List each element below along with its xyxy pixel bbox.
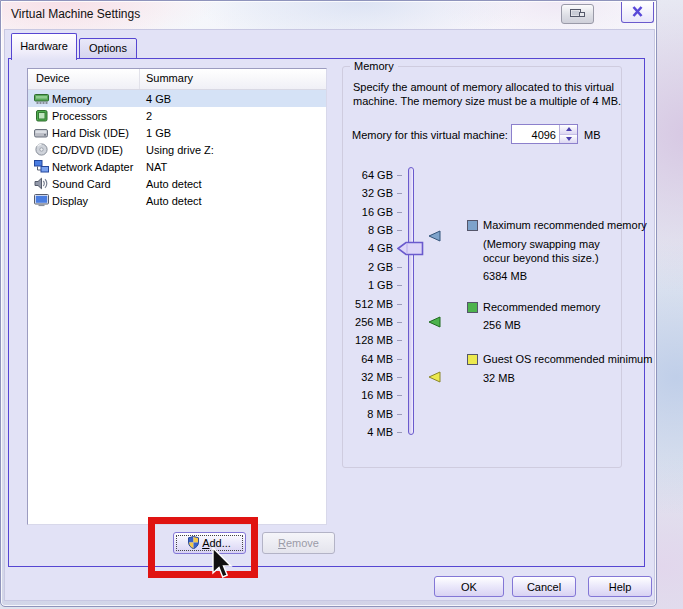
tick-dash [397, 377, 402, 378]
tick-label: 32 GB [362, 187, 393, 199]
device-name: CD/DVD (IDE) [52, 144, 146, 156]
remove-button-label: Remove [278, 537, 319, 549]
memory-description-line2: machine. The memory size must be a multi… [353, 95, 621, 107]
memory-scale: 64 GB32 GB16 GB8 GB4 GB2 GB1 GB512 MB256… [330, 168, 402, 444]
tick-label: 32 MB [361, 371, 393, 383]
minimum-memory-legend-swatch [467, 354, 478, 365]
memory-group-label: Memory [350, 60, 398, 72]
memory-spinbox [511, 124, 578, 144]
tick-dash [397, 340, 402, 341]
tick-label: 512 MB [355, 298, 393, 310]
cd-dvd-icon [33, 143, 49, 156]
spin-up-icon [566, 127, 572, 131]
device-row-sound[interactable]: Sound CardAuto detect [28, 175, 326, 192]
titlebar-window-button[interactable] [561, 4, 594, 24]
tab-hardware[interactable]: Hardware [11, 33, 77, 60]
tab-options[interactable]: Options [79, 38, 137, 59]
scale-tick-64-gb: 64 GB [330, 169, 402, 181]
scale-tick-16-mb: 16 MB [330, 389, 402, 401]
device-name: Memory [52, 93, 146, 105]
scale-tick-32-mb: 32 MB [330, 371, 402, 383]
tick-dash [397, 212, 402, 213]
device-summary: Auto detect [146, 178, 326, 190]
mouse-cursor-icon [210, 547, 234, 583]
screenshot-root: Virtual Machine Settings Hardware Option… [0, 0, 683, 609]
tick-label: 256 MB [355, 316, 393, 328]
remove-button[interactable]: Remove [262, 532, 335, 554]
memory-slider-track[interactable] [408, 167, 414, 435]
network-icon [33, 160, 49, 173]
tick-dash [397, 193, 402, 194]
tick-dash [397, 359, 402, 360]
memory-description-line1: Specify the amount of memory allocated t… [353, 81, 614, 93]
recommended-memory-legend-swatch [467, 302, 478, 313]
device-column-header[interactable]: Device [28, 69, 140, 89]
close-button[interactable] [621, 2, 654, 23]
scale-tick-64-mb: 64 MB [330, 353, 402, 365]
device-summary: Using drive Z: [146, 144, 326, 156]
device-name: Display [52, 195, 146, 207]
window-title: Virtual Machine Settings [11, 7, 140, 21]
ok-button[interactable]: OK [434, 576, 504, 597]
tick-dash [397, 285, 402, 286]
close-icon [631, 6, 644, 19]
device-summary: 2 [146, 110, 326, 122]
device-row-processors[interactable]: Processors2 [28, 107, 326, 124]
max-memory-note-line1: (Memory swapping may [483, 238, 600, 250]
scale-tick-128-mb: 128 MB [330, 334, 402, 346]
device-summary: Auto detect [146, 195, 326, 207]
device-name: Sound Card [52, 178, 146, 190]
max-memory-legend-label: Maximum recommended memory [483, 219, 647, 231]
minimum-memory-value: 32 MB [483, 372, 515, 384]
tick-label: 8 GB [368, 224, 393, 236]
memory-unit-label: MB [584, 129, 601, 141]
scale-tick-512-mb: 512 MB [330, 298, 402, 310]
device-summary: NAT [146, 161, 326, 173]
tick-label: 1 GB [368, 279, 393, 291]
scale-tick-8-gb: 8 GB [330, 224, 402, 236]
spin-up-button[interactable] [560, 125, 577, 135]
scale-tick-256-mb: 256 MB [330, 316, 402, 328]
memory-value-input[interactable] [512, 125, 559, 143]
scale-tick-1-gb: 1 GB [330, 279, 402, 291]
memory-icon [33, 93, 49, 105]
max-memory-legend-swatch [467, 220, 478, 231]
tick-dash [397, 395, 402, 396]
memory-slider-handle[interactable] [397, 241, 425, 258]
tick-dash [397, 322, 402, 323]
recommended-memory-value: 256 MB [483, 319, 521, 331]
processors-icon [33, 110, 49, 122]
scale-tick-2-gb: 2 GB [330, 261, 402, 273]
device-name: Processors [52, 110, 146, 122]
help-button[interactable]: Help [588, 576, 652, 597]
device-summary: 1 GB [146, 127, 326, 139]
summary-column-header[interactable]: Summary [140, 69, 326, 89]
device-row-network[interactable]: Network AdapterNAT [28, 158, 326, 175]
cancel-button[interactable]: Cancel [512, 576, 576, 597]
device-row-memory[interactable]: Memory4 GB [28, 90, 326, 107]
device-row-cd-dvd[interactable]: CD/DVD (IDE)Using drive Z: [28, 141, 326, 158]
window-icon [570, 8, 585, 21]
spin-down-button[interactable] [560, 135, 577, 144]
tick-dash [397, 175, 402, 176]
display-icon [33, 194, 49, 207]
scale-tick-16-gb: 16 GB [330, 206, 402, 218]
sound-icon [33, 177, 49, 190]
tick-label: 64 MB [361, 353, 393, 365]
scale-tick-32-gb: 32 GB [330, 187, 402, 199]
device-row-display[interactable]: DisplayAuto detect [28, 192, 326, 209]
device-summary: 4 GB [146, 93, 326, 105]
tick-dash [397, 267, 402, 268]
tick-dash [397, 414, 402, 415]
memory-field-label: Memory for this virtual machine: [352, 129, 508, 141]
device-row-hard-disk[interactable]: Hard Disk (IDE)1 GB [28, 124, 326, 141]
minimum-memory-marker-icon [428, 371, 441, 385]
device-name: Network Adapter [52, 161, 146, 173]
tick-label: 2 GB [368, 261, 393, 273]
max-memory-marker-icon [428, 230, 441, 244]
tick-label: 16 GB [362, 206, 393, 218]
tick-label: 4 MB [367, 426, 393, 438]
annotation-highlight-rect [148, 517, 258, 578]
recommended-memory-legend-label: Recommended memory [483, 301, 600, 313]
spin-down-icon [566, 137, 572, 141]
